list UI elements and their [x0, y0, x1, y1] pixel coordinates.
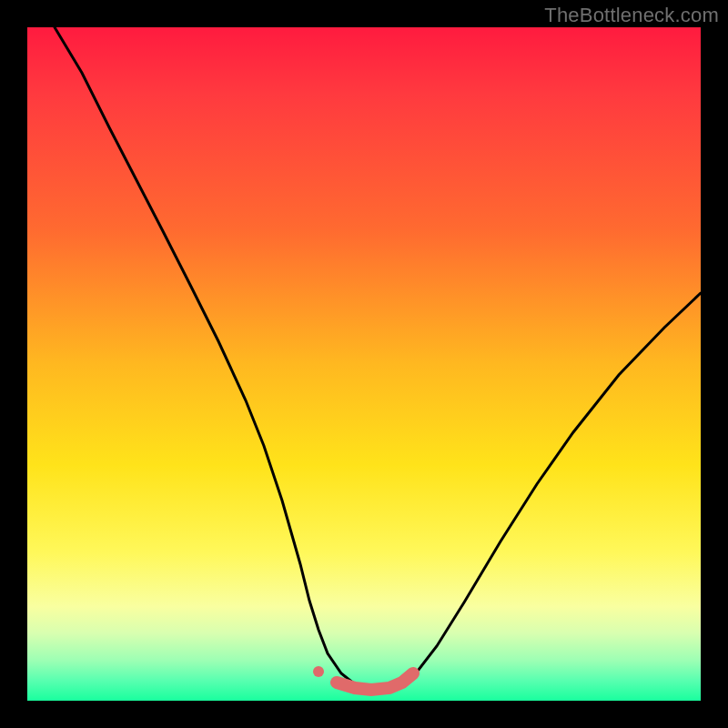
watermark-text: TheBottleneck.com	[544, 4, 719, 27]
plot-area	[27, 27, 701, 701]
curve-marker-dot	[313, 666, 324, 677]
bottleneck-curve-svg	[27, 27, 701, 701]
chart-frame: TheBottleneck.com	[0, 0, 728, 728]
bottleneck-curve	[55, 27, 701, 690]
curve-marker-segment	[337, 673, 413, 690]
